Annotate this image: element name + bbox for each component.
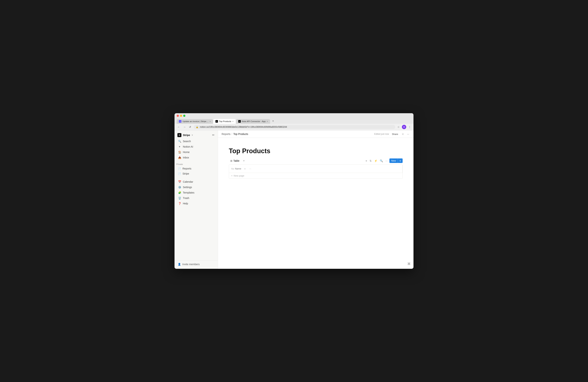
tab3-title: Note API Connector - App bbox=[242, 120, 266, 122]
browser-tab-3[interactable]: N Note API Connector - App × bbox=[236, 119, 270, 124]
name-column-header[interactable]: Aa Name + ··· bbox=[229, 165, 402, 173]
page-title[interactable]: Top Products bbox=[229, 147, 403, 155]
workspace-icon: S bbox=[177, 133, 181, 137]
sort-button[interactable]: ⇅ bbox=[369, 159, 372, 163]
tab2-close[interactable]: × bbox=[232, 120, 233, 122]
new-page-plus-icon: + bbox=[231, 174, 233, 177]
sidebar-item-notion-ai[interactable]: ✦ Notion AI bbox=[176, 144, 216, 149]
settings-icon: ⚙️ bbox=[178, 185, 181, 189]
column-more-button[interactable]: ··· bbox=[249, 166, 252, 171]
profile-button[interactable]: M bbox=[402, 125, 406, 129]
add-cover-label: Add cover bbox=[249, 142, 259, 145]
page-title-area: Top Products bbox=[229, 147, 403, 155]
filter-button[interactable]: ≡ bbox=[365, 159, 368, 163]
table-header-row: Aa Name + ··· bbox=[229, 165, 402, 173]
sidebar-item-settings[interactable]: ⚙️ Settings bbox=[176, 185, 216, 190]
page-content: ☺ Add icon 🖼 Add cover ℹ Add description… bbox=[218, 138, 414, 269]
reports-page-icon: 📄 bbox=[178, 167, 181, 170]
sidebar-item-trash[interactable]: 🗑️ Trash bbox=[176, 195, 216, 201]
private-section-label: Private bbox=[174, 161, 218, 166]
new-button[interactable]: New ∨ bbox=[389, 158, 403, 163]
content-header: Reports / Top Products Edited just now S… bbox=[218, 130, 414, 138]
new-page-row[interactable]: + New page bbox=[229, 173, 402, 178]
browser-menu-button[interactable]: ⋮ bbox=[408, 125, 411, 129]
close-traffic-light[interactable] bbox=[177, 115, 179, 117]
table-view-tab[interactable]: ⊞ Table bbox=[229, 159, 241, 163]
workspace-name: Stripe bbox=[183, 134, 190, 136]
refresh-button[interactable]: ↺ bbox=[188, 125, 192, 129]
share-button[interactable]: Share bbox=[391, 132, 400, 136]
invite-label: Invite members bbox=[182, 263, 200, 266]
breadcrumb: Reports / Top Products bbox=[222, 133, 248, 135]
minimize-traffic-light[interactable] bbox=[180, 115, 182, 117]
browser-chrome: S Update an invoice | Stripe AP... × N T… bbox=[174, 113, 414, 124]
app-layout: S Stripe ∨ ✏ 🔍 Search ✦ Notion AI bbox=[174, 130, 414, 269]
add-column-button[interactable]: + bbox=[242, 166, 248, 171]
browser-tab-2[interactable]: N Top Products × bbox=[213, 119, 236, 124]
browser-tabs: S Update an invoice | Stripe AP... × N T… bbox=[177, 118, 411, 124]
add-view-button[interactable]: + bbox=[242, 159, 246, 163]
db-table: Aa Name + ··· + New page bbox=[229, 164, 403, 179]
templates-icon: 🧩 bbox=[178, 191, 181, 194]
automation-button[interactable]: ⚡ bbox=[374, 159, 378, 163]
tab1-close[interactable]: × bbox=[210, 120, 211, 122]
add-icon-button[interactable]: ☺ Add icon bbox=[229, 141, 242, 145]
help-label: Help bbox=[183, 202, 188, 205]
trash-label: Trash bbox=[183, 197, 189, 199]
search-db-button[interactable]: 🔍 bbox=[379, 159, 384, 163]
sidebar-item-inbox-label: Inbox bbox=[183, 156, 189, 159]
back-button[interactable]: ← bbox=[177, 125, 181, 129]
add-description-button[interactable]: ℹ Add description bbox=[262, 141, 281, 145]
home-icon: 🏠 bbox=[178, 150, 181, 154]
sidebar-item-home-label: Home bbox=[183, 151, 189, 153]
tab1-title: Update an invoice | Stripe AP... bbox=[183, 120, 209, 122]
new-btn-dropdown-icon[interactable]: ∨ bbox=[398, 158, 403, 163]
breadcrumb-current: Top Products bbox=[233, 133, 248, 135]
new-page-icon-button[interactable]: ✏ bbox=[212, 133, 215, 137]
db-more-button[interactable]: ··· bbox=[385, 159, 388, 163]
invite-members-button[interactable]: 👤 Invite members bbox=[176, 262, 216, 267]
workspace-selector[interactable]: S Stripe ∨ ✏ bbox=[176, 132, 216, 138]
sidebar-bottom: 👤 Invite members bbox=[174, 260, 218, 269]
sidebar-page-reports[interactable]: 📄 Reports bbox=[176, 166, 216, 171]
settings-label: Settings bbox=[183, 186, 192, 189]
inbox-icon: 📥 bbox=[178, 156, 181, 159]
browser-tab-1[interactable]: S Update an invoice | Stripe AP... × bbox=[177, 119, 213, 124]
utility-nav: 📅 Calendar ⚙️ Settings 🧩 Templates 🗑️ Tr… bbox=[174, 179, 218, 206]
tab1-favicon: S bbox=[179, 120, 181, 123]
sidebar-top: S Stripe ∨ ✏ 🔍 Search ✦ Notion AI bbox=[174, 130, 218, 161]
new-tab-button[interactable]: + bbox=[271, 118, 276, 124]
page-more-button[interactable]: ··· bbox=[406, 132, 410, 136]
col-type-icon: Aa bbox=[231, 168, 234, 170]
sidebar: S Stripe ∨ ✏ 🔍 Search ✦ Notion AI bbox=[174, 130, 218, 269]
add-description-icon: ℹ bbox=[263, 142, 264, 145]
sidebar-item-home[interactable]: 🏠 Home bbox=[176, 149, 216, 155]
sidebar-page-stripe[interactable]: 📄 Stripe bbox=[176, 171, 216, 176]
bookmark-button[interactable]: ☆ bbox=[397, 125, 400, 129]
workspace-chevron-icon: ∨ bbox=[191, 134, 193, 136]
calendar-icon: 📅 bbox=[178, 180, 181, 184]
invite-icon: 👤 bbox=[178, 263, 181, 266]
tab2-favicon: N bbox=[215, 120, 218, 123]
url-bar[interactable]: 🔒 notion.so/19fce380694c80369883de0c139b… bbox=[194, 125, 395, 129]
sidebar-item-help[interactable]: ❓ Help bbox=[176, 201, 216, 206]
sidebar-item-calendar[interactable]: 📅 Calendar bbox=[176, 179, 216, 185]
stripe-label: Stripe bbox=[183, 172, 189, 175]
breadcrumb-parent[interactable]: Reports bbox=[222, 133, 231, 135]
last-edited-text: Edited just now bbox=[374, 133, 389, 135]
tab3-close[interactable]: × bbox=[267, 120, 268, 122]
nav-items: 🔍 Search ✦ Notion AI 🏠 Home 📥 Inbox bbox=[176, 138, 216, 160]
fullscreen-traffic-light[interactable] bbox=[183, 115, 185, 117]
add-icon-icon: ☺ bbox=[229, 142, 231, 145]
forward-button[interactable]: → bbox=[183, 125, 187, 129]
table-view-icon: ⊞ bbox=[230, 159, 232, 162]
sidebar-item-inbox[interactable]: 📥 Inbox bbox=[176, 155, 216, 160]
breadcrumb-separator: / bbox=[231, 133, 232, 135]
templates-label: Templates bbox=[183, 191, 194, 194]
bottom-right-widget[interactable]: ⌘ bbox=[407, 262, 411, 266]
sidebar-item-search[interactable]: 🔍 Search bbox=[176, 138, 216, 144]
add-cover-button[interactable]: 🖼 Add cover bbox=[245, 141, 260, 145]
sidebar-item-templates[interactable]: 🧩 Templates bbox=[176, 190, 216, 195]
header-actions: Edited just now Share ☆ ··· bbox=[374, 132, 410, 136]
favorite-button[interactable]: ☆ bbox=[401, 132, 405, 136]
